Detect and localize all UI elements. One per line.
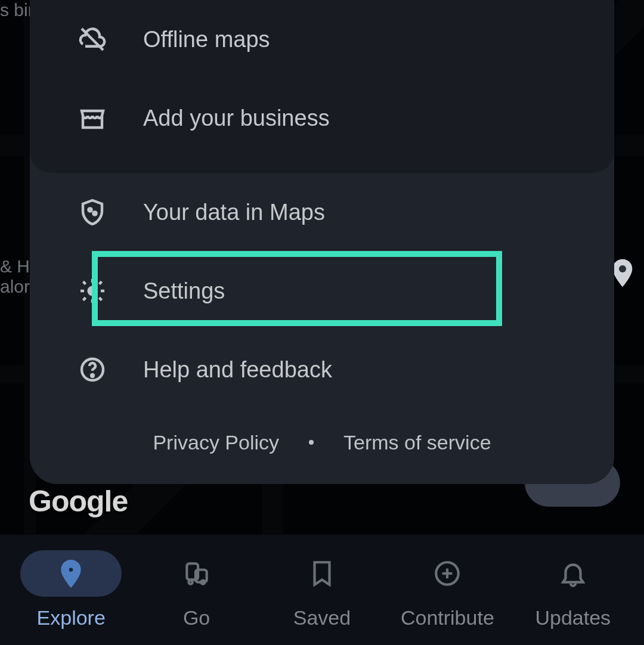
nav-updates[interactable]: Updates [510, 550, 636, 630]
nav-contribute[interactable]: Contribute [385, 550, 510, 630]
menu-item-label: Add your business [143, 106, 330, 131]
nav-label: Contribute [401, 606, 494, 630]
terms-link[interactable]: Terms of service [343, 431, 491, 454]
plus-circle-icon [432, 559, 462, 588]
cloud-off-icon [78, 24, 107, 54]
privacy-policy-link[interactable]: Privacy Policy [153, 431, 279, 454]
map-bg-text: & H alor [0, 256, 30, 297]
menu-item-label: Settings [143, 278, 225, 304]
pin-icon [56, 559, 86, 588]
menu-item-label: Help and feedback [143, 357, 332, 383]
svg-point-2 [88, 208, 91, 211]
map-bg-text: s bir [0, 0, 34, 20]
svg-point-10 [188, 580, 192, 584]
svg-point-7 [68, 566, 75, 573]
menu-item-your-data[interactable]: Your data in Maps [30, 173, 614, 252]
bell-icon [558, 559, 588, 588]
nav-go[interactable]: Go [134, 550, 259, 630]
menu-item-help[interactable]: Help and feedback [30, 330, 614, 409]
svg-point-6 [91, 374, 94, 377]
nav-label: Updates [535, 606, 611, 630]
menu-item-add-business[interactable]: Add your business [30, 79, 614, 157]
nav-label: Saved [293, 606, 351, 630]
storefront-icon [78, 103, 107, 133]
nav-explore[interactable]: Explore [8, 550, 134, 630]
menu-item-label: Offline maps [143, 27, 270, 52]
menu-top-section: Offline maps Add your business [30, 0, 614, 173]
shield-privacy-icon [78, 197, 107, 227]
bottom-nav: Explore Go Saved Contribute Updates [0, 535, 644, 645]
footer-links: Privacy Policy Terms of service [30, 409, 614, 476]
svg-point-4 [89, 287, 97, 295]
svg-point-3 [93, 212, 96, 215]
help-circle-icon [78, 355, 107, 384]
menu-item-settings[interactable]: Settings [30, 252, 614, 330]
menu-item-offline-maps[interactable]: Offline maps [30, 0, 614, 79]
menu-item-label: Your data in Maps [143, 200, 325, 225]
bookmark-icon [307, 559, 337, 588]
account-menu-panel: Offline maps Add your business Your data… [30, 0, 614, 484]
nav-saved[interactable]: Saved [259, 550, 385, 630]
nav-label: Explore [37, 606, 106, 630]
gear-icon [78, 276, 107, 306]
transit-icon [182, 559, 212, 588]
svg-point-0 [619, 265, 626, 272]
separator-dot [309, 440, 314, 445]
nav-label: Go [183, 606, 210, 630]
google-logo: Google [29, 484, 128, 519]
